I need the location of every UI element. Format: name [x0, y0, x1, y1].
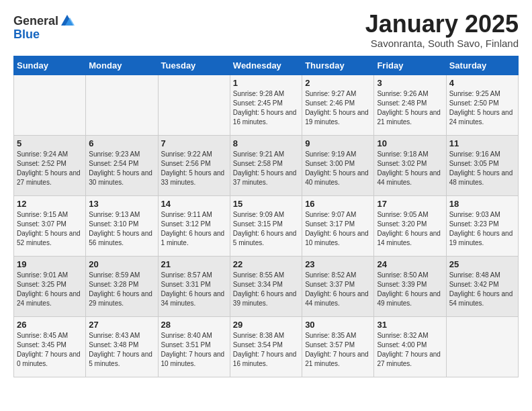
day-number: 14: [161, 199, 227, 209]
day-number: 10: [377, 138, 443, 148]
day-info: Sunrise: 9:09 AM Sunset: 3:15 PM Dayligh…: [233, 210, 299, 248]
day-number: 13: [89, 199, 154, 209]
day-info: Sunrise: 9:22 AM Sunset: 2:56 PM Dayligh…: [161, 150, 227, 187]
day-info: Sunrise: 9:26 AM Sunset: 2:48 PM Dayligh…: [377, 89, 443, 127]
day-info: Sunrise: 8:55 AM Sunset: 3:34 PM Dayligh…: [233, 271, 299, 308]
calendar-cell: 27Sunrise: 8:43 AM Sunset: 3:48 PM Dayli…: [86, 316, 158, 377]
day-info: Sunrise: 9:01 AM Sunset: 3:25 PM Dayligh…: [17, 271, 83, 308]
day-info: Sunrise: 9:16 AM Sunset: 3:05 PM Dayligh…: [449, 150, 515, 187]
calendar-cell: 15Sunrise: 9:09 AM Sunset: 3:15 PM Dayli…: [230, 195, 302, 256]
day-info: Sunrise: 9:25 AM Sunset: 2:50 PM Dayligh…: [449, 89, 515, 127]
day-info: Sunrise: 8:59 AM Sunset: 3:28 PM Dayligh…: [89, 271, 154, 308]
day-info: Sunrise: 8:32 AM Sunset: 4:00 PM Dayligh…: [377, 331, 443, 369]
calendar-cell: 14Sunrise: 9:11 AM Sunset: 3:12 PM Dayli…: [158, 195, 230, 256]
weekday-header-row: Sunday Monday Tuesday Wednesday Thursday…: [14, 56, 519, 75]
logo-icon: [60, 13, 75, 28]
day-number: 15: [233, 199, 299, 209]
day-info: Sunrise: 8:50 AM Sunset: 3:39 PM Dayligh…: [377, 271, 443, 308]
calendar-cell: [14, 75, 86, 135]
calendar-cell: 7Sunrise: 9:22 AM Sunset: 2:56 PM Daylig…: [158, 135, 230, 195]
day-number: 16: [305, 199, 371, 209]
calendar-cell: 21Sunrise: 8:57 AM Sunset: 3:31 PM Dayli…: [158, 256, 230, 316]
logo-blue: Blue: [13, 28, 40, 41]
calendar-cell: 8Sunrise: 9:21 AM Sunset: 2:58 PM Daylig…: [230, 135, 302, 195]
location-subtitle: Savonranta, South Savo, Finland: [365, 38, 519, 49]
day-info: Sunrise: 9:13 AM Sunset: 3:10 PM Dayligh…: [89, 210, 154, 248]
calendar-week-row: 5Sunrise: 9:24 AM Sunset: 2:52 PM Daylig…: [14, 135, 519, 195]
day-info: Sunrise: 9:23 AM Sunset: 2:54 PM Dayligh…: [89, 150, 154, 187]
calendar-cell: 13Sunrise: 9:13 AM Sunset: 3:10 PM Dayli…: [86, 195, 158, 256]
day-info: Sunrise: 8:35 AM Sunset: 3:57 PM Dayligh…: [305, 331, 371, 369]
day-number: 9: [305, 138, 371, 148]
calendar-cell: 31Sunrise: 8:32 AM Sunset: 4:00 PM Dayli…: [374, 316, 446, 377]
day-number: 26: [17, 320, 83, 330]
header-sunday: Sunday: [14, 56, 86, 75]
day-number: 21: [161, 259, 227, 269]
day-number: 1: [233, 78, 299, 88]
calendar-cell: 12Sunrise: 9:15 AM Sunset: 3:07 PM Dayli…: [14, 195, 86, 256]
day-number: 30: [305, 320, 371, 330]
day-number: 6: [89, 138, 154, 148]
calendar-week-row: 1Sunrise: 9:28 AM Sunset: 2:45 PM Daylig…: [14, 75, 519, 135]
calendar-cell: 11Sunrise: 9:16 AM Sunset: 3:05 PM Dayli…: [446, 135, 518, 195]
day-number: 7: [161, 138, 227, 148]
header-saturday: Saturday: [446, 56, 518, 75]
calendar-cell: 30Sunrise: 8:35 AM Sunset: 3:57 PM Dayli…: [302, 316, 374, 377]
day-info: Sunrise: 9:21 AM Sunset: 2:58 PM Dayligh…: [233, 150, 299, 187]
calendar-cell: 22Sunrise: 8:55 AM Sunset: 3:34 PM Dayli…: [230, 256, 302, 316]
day-info: Sunrise: 9:11 AM Sunset: 3:12 PM Dayligh…: [161, 210, 227, 248]
day-number: 2: [305, 78, 371, 88]
day-info: Sunrise: 9:15 AM Sunset: 3:07 PM Dayligh…: [17, 210, 83, 248]
day-number: 29: [233, 320, 299, 330]
day-number: 24: [377, 259, 443, 269]
calendar-cell: 28Sunrise: 8:40 AM Sunset: 3:51 PM Dayli…: [158, 316, 230, 377]
day-number: 20: [89, 259, 154, 269]
calendar-cell: 20Sunrise: 8:59 AM Sunset: 3:28 PM Dayli…: [86, 256, 158, 316]
day-info: Sunrise: 9:28 AM Sunset: 2:45 PM Dayligh…: [233, 89, 299, 127]
calendar-cell: 3Sunrise: 9:26 AM Sunset: 2:48 PM Daylig…: [374, 75, 446, 135]
header-thursday: Thursday: [302, 56, 374, 75]
logo-general: General: [13, 15, 58, 27]
calendar-cell: 23Sunrise: 8:52 AM Sunset: 3:37 PM Dayli…: [302, 256, 374, 316]
calendar-cell: [86, 75, 158, 135]
day-number: 19: [17, 259, 83, 269]
day-info: Sunrise: 9:19 AM Sunset: 3:00 PM Dayligh…: [305, 150, 371, 187]
header-tuesday: Tuesday: [158, 56, 230, 75]
day-info: Sunrise: 9:05 AM Sunset: 3:20 PM Dayligh…: [377, 210, 443, 248]
calendar-table: Sunday Monday Tuesday Wednesday Thursday…: [13, 56, 519, 377]
calendar-cell: 29Sunrise: 8:38 AM Sunset: 3:54 PM Dayli…: [230, 316, 302, 377]
header: General Blue January 2025 Savonranta, So…: [13, 11, 519, 49]
day-info: Sunrise: 8:52 AM Sunset: 3:37 PM Dayligh…: [305, 271, 371, 308]
day-number: 28: [161, 320, 227, 330]
header-monday: Monday: [86, 56, 158, 75]
day-info: Sunrise: 8:38 AM Sunset: 3:54 PM Dayligh…: [233, 331, 299, 369]
calendar-cell: [158, 75, 230, 135]
header-wednesday: Wednesday: [230, 56, 302, 75]
day-info: Sunrise: 8:40 AM Sunset: 3:51 PM Dayligh…: [161, 331, 227, 369]
calendar-cell: 19Sunrise: 9:01 AM Sunset: 3:25 PM Dayli…: [14, 256, 86, 316]
day-info: Sunrise: 9:18 AM Sunset: 3:02 PM Dayligh…: [377, 150, 443, 187]
day-number: 18: [449, 199, 515, 209]
calendar-cell: [446, 316, 518, 377]
day-info: Sunrise: 9:03 AM Sunset: 3:23 PM Dayligh…: [449, 210, 515, 248]
title-area: January 2025 Savonranta, South Savo, Fin…: [365, 11, 519, 49]
day-number: 8: [233, 138, 299, 148]
calendar-cell: 4Sunrise: 9:25 AM Sunset: 2:50 PM Daylig…: [446, 75, 518, 135]
calendar-week-row: 19Sunrise: 9:01 AM Sunset: 3:25 PM Dayli…: [14, 256, 519, 316]
day-number: 12: [17, 199, 83, 209]
day-number: 22: [233, 259, 299, 269]
calendar-cell: 16Sunrise: 9:07 AM Sunset: 3:17 PM Dayli…: [302, 195, 374, 256]
day-number: 23: [305, 259, 371, 269]
month-title: January 2025: [365, 11, 519, 38]
calendar-cell: 6Sunrise: 9:23 AM Sunset: 2:54 PM Daylig…: [86, 135, 158, 195]
day-info: Sunrise: 9:07 AM Sunset: 3:17 PM Dayligh…: [305, 210, 371, 248]
day-number: 11: [449, 138, 515, 148]
calendar-cell: 10Sunrise: 9:18 AM Sunset: 3:02 PM Dayli…: [374, 135, 446, 195]
calendar-cell: 25Sunrise: 8:48 AM Sunset: 3:42 PM Dayli…: [446, 256, 518, 316]
calendar-cell: 18Sunrise: 9:03 AM Sunset: 3:23 PM Dayli…: [446, 195, 518, 256]
day-info: Sunrise: 8:48 AM Sunset: 3:42 PM Dayligh…: [449, 271, 515, 308]
day-info: Sunrise: 8:57 AM Sunset: 3:31 PM Dayligh…: [161, 271, 227, 308]
day-info: Sunrise: 8:45 AM Sunset: 3:45 PM Dayligh…: [17, 331, 83, 369]
header-friday: Friday: [374, 56, 446, 75]
calendar-cell: 17Sunrise: 9:05 AM Sunset: 3:20 PM Dayli…: [374, 195, 446, 256]
